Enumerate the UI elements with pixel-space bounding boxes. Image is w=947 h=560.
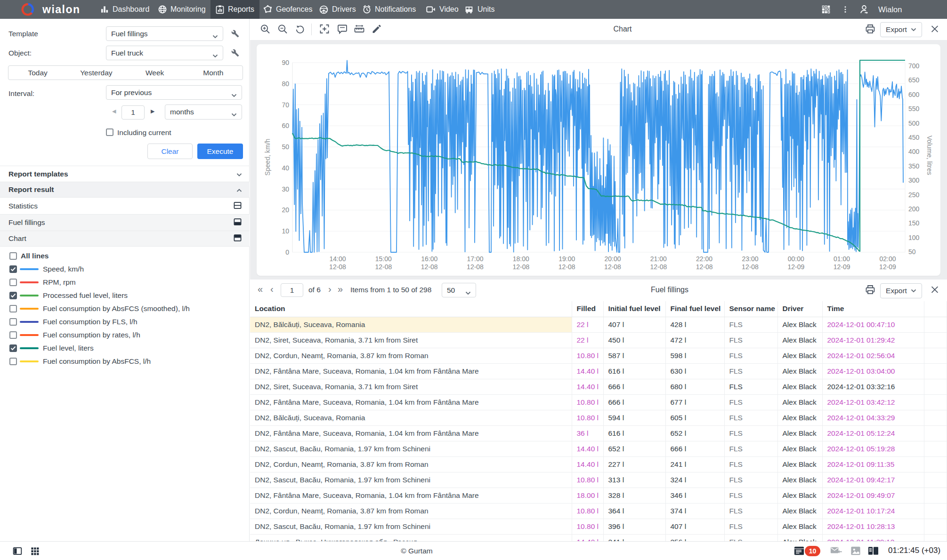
svg-text:12-09: 12-09 [834,263,850,271]
svg-text:60: 60 [282,122,289,129]
svg-text:15:00: 15:00 [375,255,392,263]
svg-text:14:00: 14:00 [329,255,346,263]
svg-text:00:00: 00:00 [788,255,804,263]
svg-text:10: 10 [282,227,289,235]
svg-text:23:00: 23:00 [742,255,758,263]
svg-text:450: 450 [908,134,920,141]
svg-text:Volume, litres: Volume, litres [926,136,933,175]
svg-text:500: 500 [908,120,920,127]
svg-text:02:00: 02:00 [879,255,896,263]
svg-text:12-08: 12-08 [696,263,713,271]
svg-text:550: 550 [908,105,920,112]
svg-text:01:00: 01:00 [834,255,850,263]
svg-text:90: 90 [282,59,289,66]
svg-text:300: 300 [908,176,920,184]
svg-text:22:00: 22:00 [696,255,712,263]
svg-text:0: 0 [285,248,289,256]
svg-text:12-08: 12-08 [558,263,575,271]
svg-text:650: 650 [908,76,920,84]
svg-text:70: 70 [282,101,289,109]
svg-text:700: 700 [908,62,920,70]
svg-text:100: 100 [908,234,920,241]
svg-text:12-08: 12-08 [375,263,392,271]
svg-text:12-08: 12-08 [421,263,438,271]
svg-text:18:00: 18:00 [513,255,529,263]
svg-text:600: 600 [908,91,920,98]
svg-text:30: 30 [282,185,289,193]
svg-text:250: 250 [908,191,920,199]
svg-text:40: 40 [282,164,289,172]
svg-text:200: 200 [908,205,920,213]
svg-text:400: 400 [908,148,920,155]
svg-text:350: 350 [908,162,920,170]
svg-text:20: 20 [282,206,289,214]
svg-text:12-08: 12-08 [742,263,759,271]
svg-text:16:00: 16:00 [421,255,437,263]
svg-text:50: 50 [282,143,289,151]
svg-text:Speed, km/h: Speed, km/h [264,139,271,176]
svg-text:19:00: 19:00 [558,255,575,263]
svg-text:150: 150 [908,219,920,227]
svg-text:12-09: 12-09 [787,263,804,271]
svg-text:20:00: 20:00 [604,255,621,263]
svg-text:17:00: 17:00 [467,255,483,263]
svg-text:12-09: 12-09 [879,263,896,271]
svg-text:12-08: 12-08 [604,263,621,271]
svg-text:12-08: 12-08 [512,263,529,271]
svg-text:12-08: 12-08 [467,263,484,271]
svg-text:50: 50 [908,248,916,256]
svg-text:80: 80 [282,80,289,88]
svg-text:21:00: 21:00 [650,255,667,263]
svg-text:12-08: 12-08 [329,263,346,271]
svg-text:12-08: 12-08 [650,263,667,271]
